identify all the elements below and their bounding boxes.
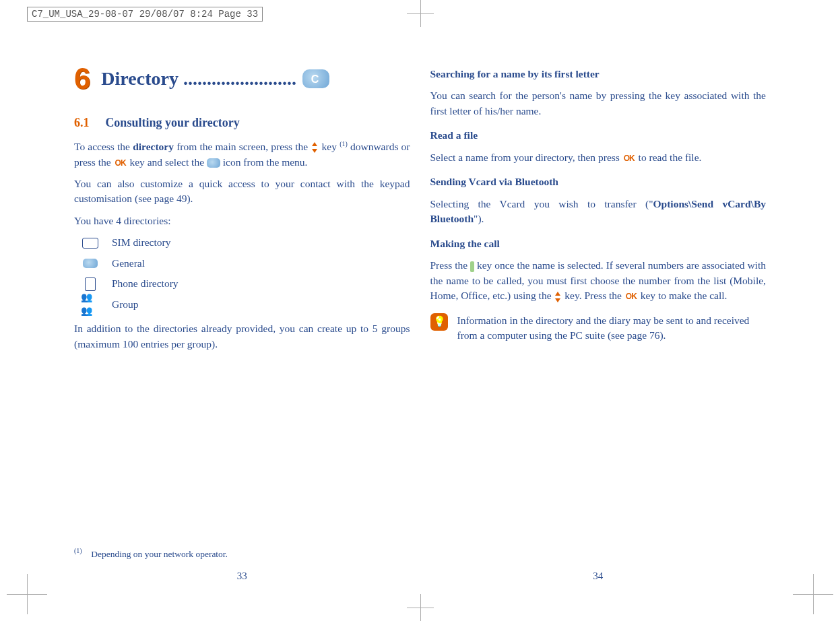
group-directory-icon: 👥👥 (81, 298, 100, 310)
list-label: Group (112, 297, 139, 312)
info-callout: Information in the directory and the dia… (430, 313, 767, 344)
sim-directory-icon (81, 237, 100, 249)
subheading: Read a file (430, 128, 767, 143)
list-item: Phone directory (81, 276, 410, 291)
chapter-title: Directory ........................ (101, 65, 296, 93)
page-right: Searching for a name by its first letter… (420, 57, 777, 581)
paragraph: Select a name from your directory, then … (430, 150, 767, 165)
footnote-marker: (1) (74, 547, 82, 554)
text: Press the (430, 259, 471, 271)
paragraph: In addition to the directories already p… (74, 321, 410, 352)
text: "). (474, 213, 484, 224)
ok-key-icon: OK (624, 291, 638, 302)
print-slug: C7_UM_USA_29-08-07 29/08/07 8:24 Page 33 (27, 7, 263, 22)
page-number: 33 (64, 569, 420, 584)
crop-mark-bottom (407, 594, 434, 621)
page-spread: 6 Directory ........................ 6.1… (64, 57, 776, 581)
menu-icon (207, 158, 220, 168)
paragraph: Press the key once the name is selected.… (430, 258, 767, 303)
subheading: Searching for a name by its first letter (430, 67, 767, 81)
ok-key-icon: OK (622, 153, 636, 164)
text: icon from the menu. (220, 156, 308, 168)
list-label: SIM directory (112, 235, 170, 250)
list-label: Phone directory (112, 276, 179, 291)
directory-chapter-icon (302, 69, 329, 88)
info-text: Information in the directory and the dia… (457, 313, 767, 344)
text: key. Press the (562, 290, 624, 301)
footnote-ref: (1) (340, 140, 348, 148)
directory-list: SIM directory General Phone directory 👥👥… (81, 235, 410, 312)
page-number: 34 (420, 569, 777, 584)
footnote: (1) Depending on your network operator. (74, 546, 228, 560)
paragraph: You have 4 directories: (74, 214, 410, 228)
text: key (319, 141, 340, 152)
list-item: General (81, 256, 410, 271)
text: To access the (74, 141, 133, 152)
tip-icon (430, 313, 448, 331)
text: from the main screen, press the (174, 141, 311, 152)
paragraph: You can search for the person's name by … (430, 88, 767, 119)
list-item: 👥👥 Group (81, 297, 410, 312)
chapter-number: 6 (74, 57, 90, 100)
page-left: 6 Directory ........................ 6.1… (64, 57, 420, 581)
crop-mark-top (407, 0, 434, 27)
text-bold: directory (133, 141, 174, 152)
section-number: 6.1 (74, 116, 90, 129)
crop-mark-bottom-left (7, 574, 47, 614)
section-heading: 6.1 Consulting your directory (74, 114, 410, 131)
list-item: SIM directory (81, 235, 410, 250)
phone-directory-icon (81, 278, 100, 290)
crop-mark-bottom-right (793, 574, 833, 614)
text: Select a name from your directory, then … (430, 152, 622, 163)
paragraph: To access the directory from the main sc… (74, 139, 410, 170)
text: key to make the call. (638, 290, 728, 301)
ok-key-icon: OK (114, 158, 127, 169)
chapter-heading: 6 Directory ........................ (74, 57, 410, 100)
footnote-text: Depending on your network operator. (91, 548, 228, 558)
list-label: General (112, 256, 145, 271)
subheading: Sending Vcard via Bluetooth (430, 174, 767, 189)
section-title: Consulting your directory (105, 116, 239, 129)
subheading: Making the call (430, 236, 767, 251)
text: Selecting the Vcard you wish to transfer… (430, 198, 653, 209)
text: to read the file. (636, 152, 702, 163)
text: key and select the (127, 156, 207, 168)
general-directory-icon (81, 257, 100, 269)
paragraph: Selecting the Vcard you wish to transfer… (430, 197, 767, 227)
paragraph: You can also customize a quick access to… (74, 176, 410, 207)
